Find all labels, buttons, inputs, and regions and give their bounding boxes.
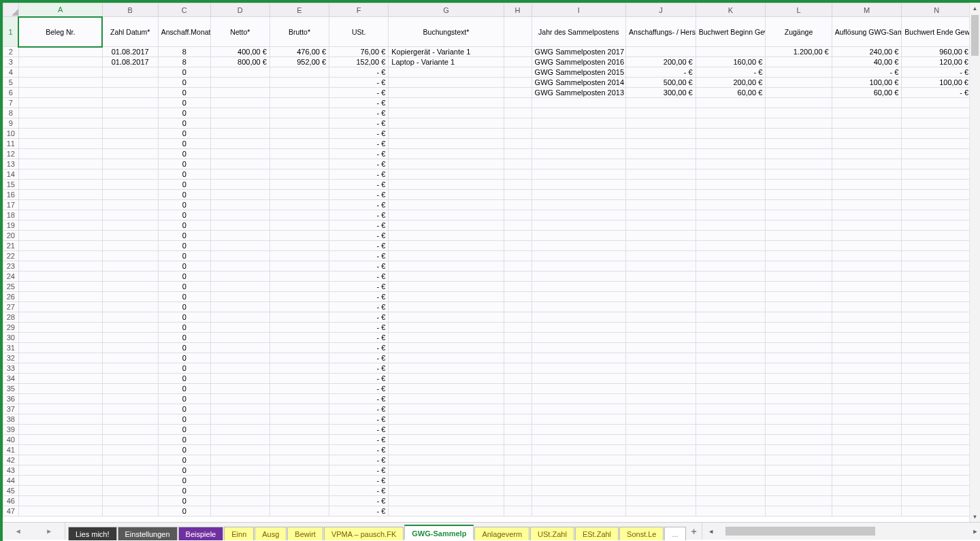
cell-I7[interactable] (532, 98, 626, 108)
cell-G33[interactable] (389, 363, 504, 374)
row-header-33[interactable]: 33 (3, 363, 19, 374)
cell-G15[interactable] (389, 180, 504, 190)
cell-J30[interactable] (626, 333, 696, 343)
cell-G17[interactable] (389, 200, 504, 210)
cell-E30[interactable] (270, 333, 329, 343)
cell-E42[interactable] (270, 455, 329, 465)
cell-J5[interactable]: 500,00 € (626, 78, 696, 88)
cell-H46[interactable] (504, 496, 532, 506)
row-header-23[interactable]: 23 (3, 261, 19, 272)
cell-G1[interactable]: Buchungstext* (389, 17, 504, 47)
cell-L34[interactable] (766, 374, 832, 384)
cell-E20[interactable] (270, 231, 329, 241)
cell-D12[interactable] (210, 149, 270, 159)
cell-H6[interactable] (504, 88, 532, 98)
cell-A38[interactable] (18, 414, 102, 425)
cell-E5[interactable] (270, 78, 329, 88)
cell-F27[interactable]: - € (329, 302, 389, 312)
cell-K1[interactable]: Buchwert Beginn Gewinnermittlungs-zeitra… (696, 17, 766, 47)
cell-G11[interactable] (389, 139, 504, 149)
cell-I24[interactable] (532, 272, 626, 282)
row-header-39[interactable]: 39 (3, 425, 19, 435)
cell-K36[interactable] (696, 394, 766, 404)
row-header-45[interactable]: 45 (3, 486, 19, 496)
cell-C32[interactable]: 0 (158, 353, 210, 363)
col-header-E[interactable]: E (270, 3, 329, 17)
sheet-tab-1[interactable]: Einstellungen (118, 527, 178, 540)
cell-G39[interactable] (389, 425, 504, 435)
cell-B21[interactable] (102, 241, 158, 251)
cell-F3[interactable]: 152,00 € (329, 57, 389, 67)
cell-G41[interactable] (389, 445, 504, 455)
cell-D31[interactable] (210, 343, 270, 353)
cell-J7[interactable] (626, 98, 696, 108)
cell-K29[interactable] (696, 323, 766, 333)
cell-M41[interactable] (832, 445, 902, 455)
cell-M24[interactable] (832, 272, 902, 282)
cell-F1[interactable]: USt. (329, 17, 389, 47)
col-header-K[interactable]: K (696, 3, 766, 17)
cell-J11[interactable] (626, 139, 696, 149)
cell-C3[interactable]: 8 (158, 57, 210, 67)
cell-F28[interactable]: - € (329, 312, 389, 323)
cell-I4[interactable]: GWG Sammelposten 2015 (532, 67, 626, 78)
cell-N45[interactable] (902, 486, 972, 496)
cell-N35[interactable] (902, 384, 972, 394)
cell-J34[interactable] (626, 374, 696, 384)
cell-J18[interactable] (626, 210, 696, 220)
cell-A5[interactable] (18, 78, 102, 88)
cell-D34[interactable] (210, 374, 270, 384)
cell-N14[interactable] (902, 169, 972, 180)
cell-F17[interactable]: - € (329, 200, 389, 210)
cell-E44[interactable] (270, 476, 329, 486)
cell-F29[interactable]: - € (329, 323, 389, 333)
cell-J24[interactable] (626, 272, 696, 282)
cell-N40[interactable] (902, 435, 972, 445)
cell-A12[interactable] (18, 149, 102, 159)
cell-F15[interactable]: - € (329, 180, 389, 190)
cell-D38[interactable] (210, 414, 270, 425)
cell-M18[interactable] (832, 210, 902, 220)
cell-A28[interactable] (18, 312, 102, 323)
cell-C6[interactable]: 0 (158, 88, 210, 98)
cell-L28[interactable] (766, 312, 832, 323)
cell-J8[interactable] (626, 108, 696, 118)
row-header-24[interactable]: 24 (3, 272, 19, 282)
cell-K41[interactable] (696, 445, 766, 455)
cell-G37[interactable] (389, 404, 504, 414)
cell-D8[interactable] (210, 108, 270, 118)
cell-I32[interactable] (532, 353, 626, 363)
cell-A13[interactable] (18, 159, 102, 169)
cell-B17[interactable] (102, 200, 158, 210)
cell-E38[interactable] (270, 414, 329, 425)
cell-D29[interactable] (210, 323, 270, 333)
cell-J46[interactable] (626, 496, 696, 506)
cell-J28[interactable] (626, 312, 696, 323)
row-header-32[interactable]: 32 (3, 353, 19, 363)
cell-D37[interactable] (210, 404, 270, 414)
cell-E27[interactable] (270, 302, 329, 312)
cell-F47[interactable]: - € (329, 506, 389, 517)
cell-H33[interactable] (504, 363, 532, 374)
cell-J31[interactable] (626, 343, 696, 353)
cell-L41[interactable] (766, 445, 832, 455)
cell-H1[interactable] (504, 17, 532, 47)
cell-N12[interactable] (902, 149, 972, 159)
cell-C26[interactable]: 0 (158, 292, 210, 302)
cell-C29[interactable]: 0 (158, 323, 210, 333)
cell-L38[interactable] (766, 414, 832, 425)
row-header-1[interactable]: 1 (3, 17, 19, 47)
sheet-tab-10[interactable]: ESt.Zahl (575, 527, 619, 540)
cell-B27[interactable] (102, 302, 158, 312)
cell-M43[interactable] (832, 465, 902, 476)
cell-K39[interactable] (696, 425, 766, 435)
cell-A4[interactable] (18, 67, 102, 78)
sheet-tab-5[interactable]: Bewirt (287, 527, 323, 540)
cell-K9[interactable] (696, 118, 766, 129)
cell-E46[interactable] (270, 496, 329, 506)
cell-L19[interactable] (766, 220, 832, 231)
cell-A39[interactable] (18, 425, 102, 435)
cell-L39[interactable] (766, 425, 832, 435)
cell-D5[interactable] (210, 78, 270, 88)
cell-L21[interactable] (766, 241, 832, 251)
